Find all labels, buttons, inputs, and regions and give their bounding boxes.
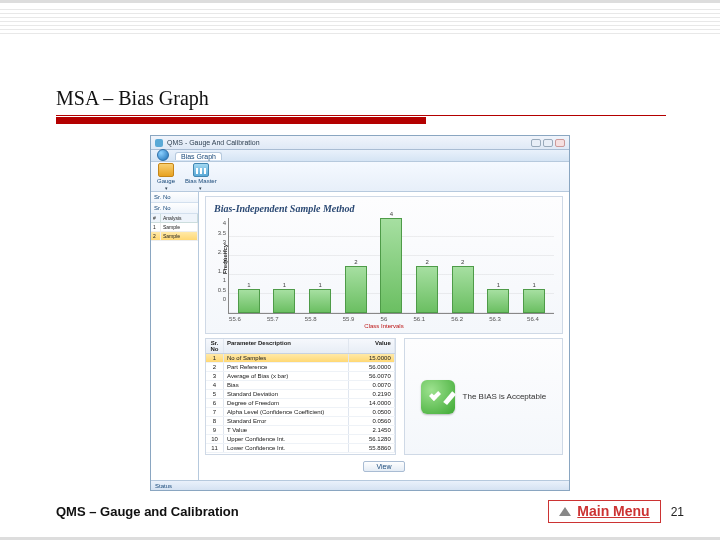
app-window: QMS - Gauge And Calibration Bias Graph G… — [150, 135, 570, 491]
view-button[interactable]: View — [363, 461, 404, 472]
toolbar: Gauge ▾ Bias Master ▾ — [151, 162, 569, 192]
table-row[interactable]: 11Lower Confidence Int.55.8860 — [206, 444, 395, 453]
x-axis-ticks: 55.655.755.855.95656.156.256.356.4 — [214, 314, 554, 322]
y-tick: 3.5 — [218, 230, 226, 236]
cell-sr: 1 — [206, 354, 224, 362]
table-row[interactable]: 5Standard Deviation0.2190 — [206, 390, 395, 399]
cell-val: 0.0560 — [349, 417, 395, 425]
bar-value-label: 2 — [417, 259, 437, 265]
chart-bar: 2 — [345, 266, 367, 314]
x-tick: 56 — [381, 316, 388, 322]
chart-card: Bias-Independent Sample Method Frequency… — [205, 196, 563, 334]
tool-gauge[interactable]: Gauge ▾ — [157, 163, 175, 191]
chart-bar: 1 — [238, 289, 260, 313]
title-underline-thin — [56, 115, 666, 116]
slide-frame-top — [0, 9, 720, 35]
cell-sr: 6 — [206, 399, 224, 407]
y-tick: 0.5 — [218, 287, 226, 293]
table-row[interactable]: 1No of Samples15.0000 — [206, 354, 395, 363]
statusbar: Status — [151, 480, 569, 490]
verdict-panel: The BIAS is Acceptable — [404, 338, 563, 455]
cell-sr: 4 — [206, 381, 224, 389]
chart-bar: 1 — [273, 289, 295, 313]
tool-bias-label: Bias Master — [185, 178, 217, 184]
bar-value-label: 2 — [453, 259, 473, 265]
cell-desc: Part Reference — [224, 363, 349, 371]
table-row[interactable]: 3Average of Bias (x bar)56.0070 — [206, 372, 395, 381]
chevron-down-icon: ▾ — [165, 185, 168, 191]
app-orb-button[interactable] — [157, 149, 169, 161]
cell-desc: Upper Confidence Int. — [224, 435, 349, 443]
table-row[interactable]: 7Alpha Level (Confidence Coefficient)0.0… — [206, 408, 395, 417]
chart-bar: 1 — [309, 289, 331, 313]
sidebar-tab-1[interactable]: Sr. No — [151, 192, 198, 203]
cell-desc: No of Samples — [224, 354, 349, 362]
col-desc: Parameter Description — [224, 339, 349, 353]
cell-sr: 7 — [206, 408, 224, 416]
table-row[interactable]: 10Upper Confidence Int.56.1280 — [206, 435, 395, 444]
sidebar-tab-2[interactable]: Sr. No — [151, 203, 198, 214]
x-tick: 56.2 — [451, 316, 463, 322]
bar-value-label: 1 — [524, 282, 544, 288]
title-underline — [56, 117, 426, 124]
ribbon: Bias Graph — [151, 150, 569, 162]
chart-bar: 4 — [380, 218, 402, 313]
bar-value-label: 1 — [274, 282, 294, 288]
x-tick: 55.6 — [229, 316, 241, 322]
x-axis-label: Class Intervals — [214, 323, 554, 329]
close-button[interactable] — [555, 139, 565, 147]
cell-desc: Alpha Level (Confidence Coefficient) — [224, 408, 349, 416]
y-tick: 0 — [223, 296, 226, 302]
tool-bias-master[interactable]: Bias Master ▾ — [185, 163, 217, 191]
y-tick: 4 — [223, 220, 226, 226]
minimize-button[interactable] — [531, 139, 541, 147]
bar-value-label: 1 — [488, 282, 508, 288]
cell-sr: 2 — [206, 363, 224, 371]
x-tick: 56.3 — [489, 316, 501, 322]
chart-bar: 2 — [416, 266, 438, 314]
chart-bar: 1 — [523, 289, 545, 313]
ribbon-tab-bias-graph[interactable]: Bias Graph — [175, 152, 222, 160]
main-menu-label: Main Menu — [577, 503, 649, 519]
y-tick: 1 — [223, 277, 226, 283]
table-row[interactable]: 2Part Reference56.0000 — [206, 363, 395, 372]
table-row[interactable]: 9T Value2.1450 — [206, 426, 395, 435]
chart-plot: 111242211 — [228, 218, 554, 314]
window-title: QMS - Gauge And Calibration — [167, 139, 260, 146]
sidebar-row[interactable]: 2 Sample — [151, 232, 198, 241]
bar-value-label: 1 — [239, 282, 259, 288]
cell-val: 14.0000 — [349, 399, 395, 407]
table-row[interactable]: 8Standard Error0.0560 — [206, 417, 395, 426]
footer-title: QMS – Gauge and Calibration — [56, 504, 239, 519]
col-sr: Sr. No — [206, 339, 224, 353]
cell-val: 0.0070 — [349, 381, 395, 389]
x-tick: 55.9 — [343, 316, 355, 322]
bar-chart-icon — [193, 163, 209, 177]
app-icon — [155, 139, 163, 147]
cell-val: 56.1280 — [349, 435, 395, 443]
checkmark-icon — [421, 380, 455, 414]
cell-val: 15.0000 — [349, 354, 395, 362]
chart-bar: 1 — [487, 289, 509, 313]
maximize-button[interactable] — [543, 139, 553, 147]
cell-sr: 11 — [206, 444, 224, 452]
cell-val: 0.0500 — [349, 408, 395, 416]
bar-value-label: 2 — [346, 259, 366, 265]
main-menu-button[interactable]: Main Menu — [548, 500, 660, 523]
x-tick: 55.8 — [305, 316, 317, 322]
cell-val: 55.8860 — [349, 444, 395, 452]
cell-val: 56.0000 — [349, 363, 395, 371]
chart-bar: 2 — [452, 266, 474, 314]
content-pane: Bias-Independent Sample Method Frequency… — [199, 192, 569, 480]
x-tick: 56.1 — [413, 316, 425, 322]
sidebar-grid: # Analysis 1 Sample 2 Sample — [151, 214, 198, 480]
sidebar: Sr. No Sr. No # Analysis 1 Sample 2 Samp… — [151, 192, 199, 480]
up-arrow-icon — [559, 507, 571, 516]
cell-sr: 8 — [206, 417, 224, 425]
sidebar-col-analysis: Analysis — [161, 214, 198, 222]
table-row[interactable]: 6Degree of Freedom14.0000 — [206, 399, 395, 408]
cell-val: 56.0070 — [349, 372, 395, 380]
sidebar-row[interactable]: 1 Sample — [151, 223, 198, 232]
col-val: Value — [349, 339, 395, 353]
table-row[interactable]: 4Bias0.0070 — [206, 381, 395, 390]
